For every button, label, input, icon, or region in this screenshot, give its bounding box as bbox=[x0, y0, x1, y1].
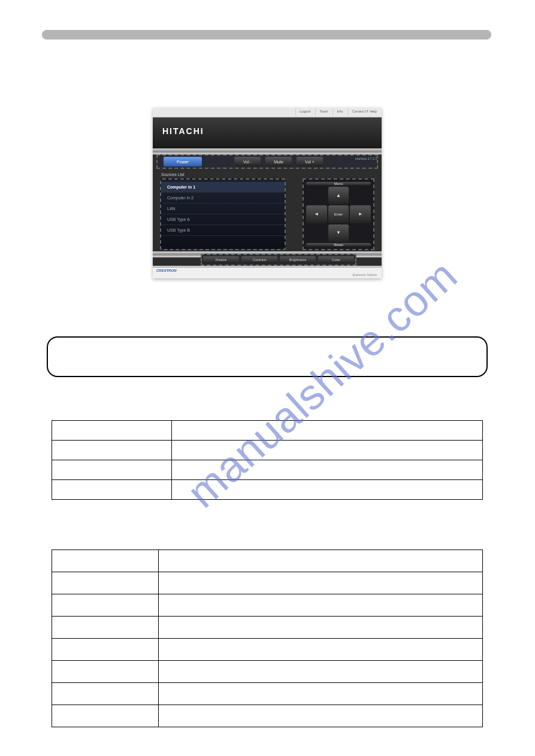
down-button[interactable]: ▼ bbox=[328, 224, 349, 242]
up-icon: ▲ bbox=[336, 193, 341, 198]
table-1 bbox=[52, 420, 483, 500]
power-button[interactable]: Power bbox=[164, 157, 202, 166]
table-2 bbox=[52, 549, 483, 727]
source-item[interactable]: Computer in 2 bbox=[161, 193, 285, 204]
main-toolbar: Power Vol - Mute Vol + bbox=[156, 154, 378, 169]
table-row bbox=[52, 572, 483, 594]
device-top-menu: Logout Tools Info Contact IT Help bbox=[153, 108, 382, 117]
right-button[interactable]: ► bbox=[350, 205, 371, 223]
left-icon: ◄ bbox=[314, 212, 319, 217]
table-row bbox=[52, 617, 483, 639]
mute-button[interactable]: Mute bbox=[265, 157, 292, 166]
brand-label: HITACHI bbox=[162, 126, 204, 136]
page: Logout Tools Info Contact IT Help HITACH… bbox=[0, 0, 535, 756]
crestron-logo: CRESTRON bbox=[156, 269, 177, 272]
sources-list-label: Sources List bbox=[161, 172, 185, 177]
source-item[interactable]: Computer in 1 bbox=[161, 182, 285, 193]
brand-area: HITACHI bbox=[153, 117, 382, 150]
table-row bbox=[52, 421, 483, 441]
topbar-help[interactable]: Contact IT Help bbox=[347, 108, 380, 116]
vol-plus-button[interactable]: Vol + bbox=[297, 157, 323, 166]
table-row bbox=[52, 683, 483, 705]
table-row bbox=[52, 550, 483, 572]
bottom-toolbar: Freeze Contrast Brightness Color bbox=[201, 254, 356, 266]
reset-button[interactable]: Reset bbox=[306, 243, 371, 247]
table-row bbox=[52, 441, 483, 460]
interface-version: Interface 2.7.2.3 bbox=[355, 157, 377, 160]
topbar-tools[interactable]: Tools bbox=[315, 108, 331, 116]
source-item[interactable]: USB Type A bbox=[161, 214, 285, 225]
table-row bbox=[52, 594, 483, 617]
table-row bbox=[52, 639, 483, 661]
freeze-button[interactable]: Freeze bbox=[203, 256, 239, 263]
table-row bbox=[52, 705, 483, 727]
right-icon: ► bbox=[358, 212, 363, 217]
brightness-button[interactable]: Brightness bbox=[280, 256, 316, 263]
enter-button[interactable]: Enter bbox=[328, 205, 349, 223]
crestron-tagline: Expressly Options bbox=[353, 273, 377, 277]
down-icon: ▼ bbox=[336, 230, 341, 235]
header-divider bbox=[42, 30, 491, 40]
menu-button[interactable]: Menu bbox=[306, 182, 371, 186]
contrast-button[interactable]: Contrast bbox=[241, 256, 277, 263]
topbar-logout[interactable]: Logout bbox=[295, 108, 314, 116]
crestron-footer: CRESTRON Expressly Options bbox=[153, 267, 382, 278]
table-row bbox=[52, 661, 483, 683]
color-button[interactable]: Color bbox=[318, 256, 354, 263]
nav-pad: Menu ▲ ◄ Enter ► ▼ Reset bbox=[303, 178, 374, 250]
note-box bbox=[47, 336, 488, 377]
up-button[interactable]: ▲ bbox=[328, 187, 349, 204]
source-item[interactable]: LAN bbox=[161, 204, 285, 214]
table-row bbox=[52, 480, 483, 500]
vol-minus-button[interactable]: Vol - bbox=[234, 157, 261, 166]
sources-list: Computer in 1 Computer in 2 LAN USB Type… bbox=[160, 178, 286, 250]
device-screenshot: Logout Tools Info Contact IT Help HITACH… bbox=[153, 108, 382, 278]
source-item[interactable]: USB Type B bbox=[161, 225, 285, 236]
table-row bbox=[52, 460, 483, 480]
topbar-info[interactable]: Info bbox=[333, 108, 346, 116]
left-button[interactable]: ◄ bbox=[306, 205, 327, 223]
steel-bar-top bbox=[153, 148, 382, 154]
